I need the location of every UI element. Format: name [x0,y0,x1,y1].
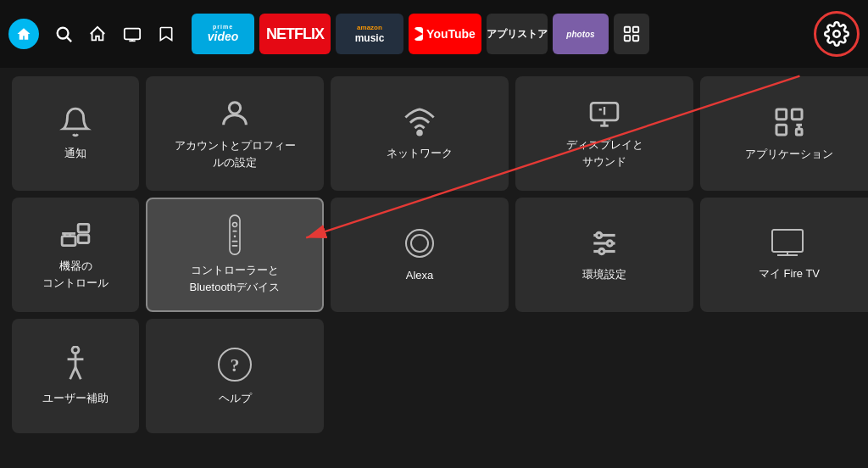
svg-point-40 [599,248,604,254]
svg-point-0 [58,28,69,39]
svg-rect-15 [776,109,787,120]
photos-button[interactable]: photos [553,14,609,54]
notification-cell[interactable]: 通知 [12,76,139,191]
netflix-label: NETFLIX [266,25,324,43]
app-grid-button[interactable] [614,14,649,54]
svg-rect-6 [633,27,638,32]
nav-icons-group [8,19,175,49]
accessibility-label: ユーザー補助 [42,390,108,407]
bell-icon [59,106,92,138]
apps-icon [772,105,806,139]
svg-rect-7 [625,36,630,41]
svg-rect-8 [633,36,638,41]
apps-label: アプリケーション [745,146,833,163]
wifi-icon [402,106,437,138]
display-icon [587,98,622,130]
home-icon[interactable] [8,19,39,49]
svg-rect-18 [796,129,802,135]
youtube-icon [415,27,423,41]
remote-icon [224,214,246,255]
svg-rect-5 [625,27,630,32]
svg-point-11 [418,131,422,135]
svg-rect-21 [62,237,75,246]
device-control-cell[interactable]: 機器のコントロール [12,198,139,312]
environment-cell[interactable]: 環境設定 [515,198,693,312]
controller-cell[interactable]: コントローラーとBluetoothデバイス [146,198,324,312]
sliders-icon [587,227,622,259]
svg-point-30 [234,235,236,237]
svg-point-38 [597,232,602,237]
empty-cell-1 [331,319,509,433]
svg-point-10 [229,103,240,114]
svg-rect-41 [772,230,803,252]
device-control-label: 機器のコントロール [42,258,108,291]
alexa-label: Alexa [406,267,434,284]
svg-rect-29 [232,231,236,232]
youtube-label: YouTube [426,27,476,41]
settings-button[interactable] [814,11,860,57]
network-cell[interactable]: ネットワーク [331,76,509,191]
help-cell[interactable]: ? ヘルプ [146,319,324,433]
app-store-button[interactable]: アプリストア [487,14,548,54]
photos-label: photos [566,30,594,39]
environment-label: 環境設定 [582,266,626,283]
prime-video-button[interactable]: prime video [192,14,254,54]
svg-point-28 [232,222,236,226]
alexa-icon [403,226,437,260]
settings-grid: 通知 アカウントとプロフィールの設定 ネットワーク [12,76,856,433]
top-navigation: prime video NETFLIX amazon music YouTube… [0,0,868,68]
display-label: ディスプレイとサウンド [566,136,643,170]
display-cell[interactable]: ディスプレイとサウンド [515,76,693,191]
svg-point-39 [607,241,612,246]
tv-icon[interactable] [122,25,142,43]
account-label: アカウントとプロフィールの設定 [175,137,296,170]
svg-point-44 [72,347,79,354]
svg-rect-32 [232,245,238,247]
gear-icon [824,21,849,47]
home-nav-icon[interactable] [88,25,107,43]
apps-cell[interactable]: アプリケーション [700,76,868,191]
svg-line-47 [70,367,75,379]
bookmark-icon[interactable] [158,25,175,43]
alexa-cell[interactable]: Alexa [331,198,509,312]
svg-rect-2 [125,29,140,40]
empty-cell-2 [515,319,693,433]
svg-text:?: ? [231,354,240,376]
svg-line-48 [75,367,81,379]
svg-rect-25 [78,224,89,232]
app-store-label: アプリストア [487,27,548,42]
controller-label: コントローラーとBluetoothデバイス [190,262,281,295]
svg-rect-31 [232,241,238,242]
svg-rect-27 [230,215,240,254]
search-icon[interactable] [54,25,73,43]
firetv-label: マイ Fire TV [759,265,820,282]
youtube-button[interactable]: YouTube [409,14,481,54]
account-cell[interactable]: アカウントとプロフィールの設定 [146,76,324,191]
svg-point-33 [406,230,433,257]
svg-rect-26 [78,235,89,243]
network-label: ネットワーク [387,145,453,162]
amazon-music-button[interactable]: amazon music [336,14,403,54]
svg-line-1 [67,37,71,42]
firetv-icon [771,228,808,259]
person-icon [218,97,252,131]
help-label: ヘルプ [219,390,252,407]
notification-label: 通知 [64,145,86,162]
help-icon: ? [216,346,253,383]
svg-rect-16 [792,109,802,120]
accessibility-icon [59,346,92,383]
netflix-button[interactable]: NETFLIX [259,14,331,54]
svg-point-34 [411,235,428,252]
svg-rect-17 [776,125,787,135]
accessibility-cell[interactable]: ユーザー補助 [12,319,139,433]
empty-cell-3 [700,319,868,433]
device-icon [58,219,92,251]
firetv-cell[interactable]: マイ Fire TV [700,198,868,312]
svg-point-9 [833,31,840,37]
app-shortcuts: prime video NETFLIX amazon music YouTube… [192,14,800,54]
